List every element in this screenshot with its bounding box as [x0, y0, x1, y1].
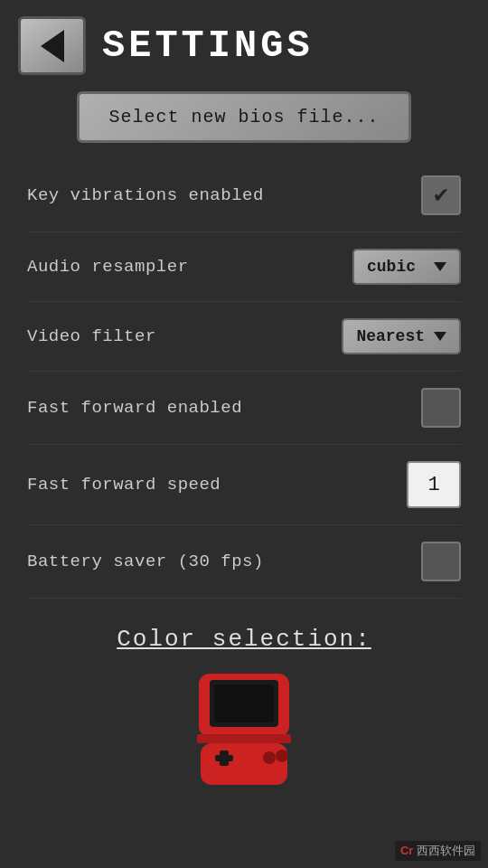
page-title: Settings [102, 24, 314, 68]
setting-row-fast-forward-speed: Fast forward speed 1 [27, 445, 461, 525]
audio-resampler-dropdown[interactable]: cubic [352, 249, 461, 285]
fast-forward-speed-input[interactable]: 1 [407, 461, 461, 508]
gba-svg [172, 669, 316, 787]
select-bios-button[interactable]: Select new bios file... [77, 91, 411, 143]
audio-resampler-label: Audio resampler [27, 257, 189, 277]
watermark: Cr 西西软件园 [395, 841, 481, 861]
fast-forward-enabled-checkbox[interactable] [421, 388, 461, 428]
video-filter-label: Video filter [27, 326, 156, 346]
svg-rect-4 [201, 743, 287, 785]
setting-row-audio-resampler: Audio resampler cubic [27, 232, 461, 302]
settings-list: Key vibrations enabled ✔ Audio resampler… [0, 159, 488, 599]
svg-rect-2 [214, 684, 274, 722]
video-filter-dropdown-arrow-icon [434, 332, 446, 341]
watermark-text: 西西软件园 [417, 844, 475, 857]
svg-rect-6 [220, 750, 229, 766]
header: Settings [0, 0, 488, 84]
watermark-logo: Cr [400, 844, 413, 857]
color-selection-title: Color selection: [117, 626, 371, 653]
fast-forward-enabled-label: Fast forward enabled [27, 398, 242, 418]
battery-saver-checkbox[interactable] [421, 542, 461, 581]
svg-rect-3 [197, 734, 291, 743]
checkmark-icon: ✔ [434, 184, 448, 207]
color-selection-section: Color selection: [0, 617, 488, 787]
audio-resampler-value: cubic [367, 258, 416, 276]
device-illustration [0, 669, 488, 787]
video-filter-dropdown[interactable]: Nearest [342, 318, 461, 354]
setting-row-battery-saver: Battery saver (30 fps) [27, 525, 461, 599]
svg-point-8 [276, 750, 288, 762]
back-button[interactable] [18, 16, 86, 75]
video-filter-value: Nearest [356, 327, 425, 345]
setting-row-fast-forward-enabled: Fast forward enabled [27, 372, 461, 445]
fast-forward-speed-value: 1 [427, 474, 439, 496]
key-vibrations-checkbox[interactable]: ✔ [421, 175, 461, 215]
battery-saver-label: Battery saver (30 fps) [27, 552, 264, 571]
setting-row-key-vibrations: Key vibrations enabled ✔ [27, 159, 461, 232]
back-arrow-icon [41, 30, 64, 62]
key-vibrations-label: Key vibrations enabled [27, 185, 264, 205]
fast-forward-speed-label: Fast forward speed [27, 475, 221, 495]
svg-point-7 [263, 751, 276, 764]
setting-row-video-filter: Video filter Nearest [27, 302, 461, 372]
audio-resampler-dropdown-arrow-icon [434, 262, 446, 271]
